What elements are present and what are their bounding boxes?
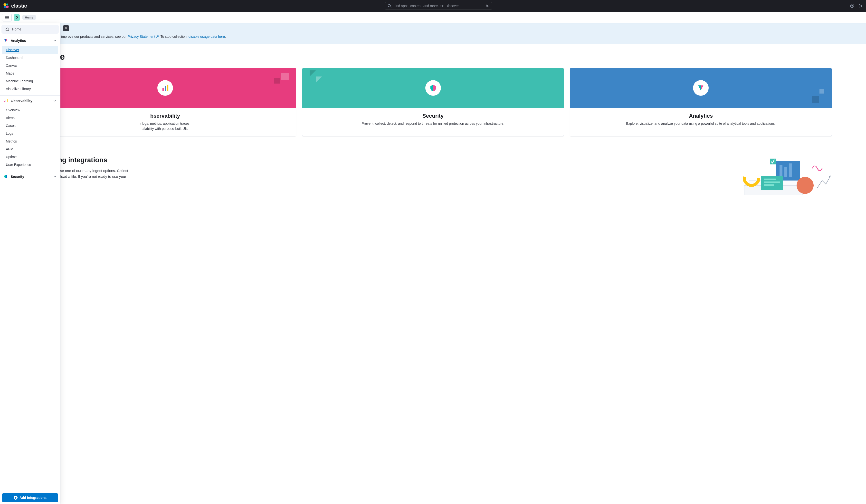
plus-circle-icon: + [14,496,18,500]
svg-rect-29 [779,165,782,177]
card-desc: r logs, metrics, application traces, ail… [39,121,291,131]
logo-area[interactable]: elastic [3,3,27,9]
nav-item-overview[interactable]: Overview [2,106,58,114]
card-title: Analytics [575,113,827,119]
nav-section-analytics[interactable]: Analytics [0,35,60,46]
svg-rect-36 [764,184,774,186]
solution-cards: bservability r logs, metrics, applicatio… [34,68,832,136]
nav-item-dashboard[interactable]: Dashboard [2,54,58,61]
card-analytics[interactable]: Analytics Explore, visualize, and analyz… [570,68,832,136]
svg-point-32 [797,177,814,194]
analytics-icon [4,39,8,43]
nav-item-maps[interactable]: Maps [2,69,58,77]
add-integrations-button[interactable]: + Add integrations [2,493,58,502]
nav-item-uptime[interactable]: Uptime [2,153,58,161]
nav-section-label: Security [11,175,24,179]
chevron-down-icon [53,39,56,42]
logo-text: elastic [11,3,27,9]
svg-rect-16 [281,73,289,80]
global-search[interactable]: ⌘/ [385,2,492,10]
sub-header: D Home [0,12,866,23]
nav-section-label: Observability [11,99,32,103]
nav-item-metrics[interactable]: Metrics [2,137,58,145]
svg-point-7 [852,5,853,6]
svg-rect-14 [5,100,6,102]
svg-rect-24 [812,96,819,103]
get-started-section: by adding integrations vith your data, u… [34,156,832,198]
elastic-logo-icon [3,3,9,9]
svg-point-0 [3,3,6,6]
svg-rect-35 [764,181,780,183]
search-input[interactable] [393,4,484,8]
svg-rect-13 [4,101,5,102]
page-title: e home [34,52,832,62]
search-icon [388,4,391,8]
svg-rect-30 [785,167,787,177]
nav-section-security[interactable]: Security [0,171,60,182]
search-kbd-hint: ⌘/ [486,4,489,8]
privacy-link[interactable]: Privacy Statement [127,35,159,38]
nav-item-ux[interactable]: User Experience [2,161,58,169]
nav-item-ml[interactable]: Machine Learning [2,77,58,85]
svg-point-6 [851,4,854,8]
space-avatar[interactable]: D [14,14,20,21]
help-icon[interactable] [850,4,854,8]
banner-text: . To stop collection, [158,35,189,38]
banner-text: . [225,35,226,38]
svg-rect-34 [764,179,776,180]
nav-home[interactable]: Home [1,25,59,34]
observability-icon [4,99,8,103]
svg-point-3 [4,6,6,8]
search-wrap: ⌘/ [27,2,850,10]
chevron-down-icon [53,175,56,178]
svg-rect-17 [274,78,280,83]
svg-rect-31 [789,164,792,177]
disable-link[interactable]: disable usage data here [189,35,225,38]
svg-rect-37 [770,159,776,165]
card-desc: Prevent, collect, detect, and respond to… [307,121,559,126]
nav-item-visualize[interactable]: Visualize Library [2,85,58,93]
card-desc: Explore, visualize, and analyze your dat… [575,121,827,126]
toggle-nav-button[interactable] [2,14,12,21]
svg-point-4 [388,4,390,7]
nav-section-label: Analytics [11,39,26,43]
svg-rect-18 [163,88,164,91]
card-security[interactable]: Security Prevent, collect, detect, and r… [302,68,564,136]
svg-line-5 [390,7,391,8]
nav-section-observability[interactable]: Observability [0,96,60,106]
card-title: bservability [39,113,291,119]
breadcrumb-home[interactable]: Home [22,15,36,20]
global-header: elastic ⌘/ [0,0,866,12]
integrations-illustration [734,156,832,198]
side-nav: Home Analytics Discover Dashboard Canvas… [0,23,60,504]
get-started-title: by adding integrations [34,156,720,164]
nav-home-label: Home [12,27,21,31]
telemetry-banner: ack s us manage and improve our products… [0,23,866,44]
nav-item-cases[interactable]: Cases [2,122,58,130]
newsfeed-icon[interactable] [859,4,863,8]
observability-card-icon [157,80,173,96]
nav-item-logs[interactable]: Logs [2,130,58,137]
nav-item-apm[interactable]: APM [2,145,58,153]
svg-rect-15 [7,99,8,102]
svg-rect-23 [820,89,824,93]
svg-rect-20 [167,85,168,91]
svg-point-1 [6,3,8,5]
nav-item-discover[interactable]: Discover [2,46,58,54]
main-content: ack s us manage and improve our products… [0,23,866,504]
svg-marker-22 [316,77,322,82]
svg-marker-21 [310,70,316,77]
nav-item-canvas[interactable]: Canvas [2,61,58,69]
analytics-card-icon [693,80,709,96]
home-icon [5,27,9,31]
nav-item-alerts[interactable]: Alerts [2,114,58,122]
security-card-icon [425,80,441,96]
close-nav-button[interactable] [63,25,69,31]
chevron-down-icon [53,99,56,102]
svg-point-2 [6,5,9,8]
security-icon [4,175,8,179]
header-actions [850,4,863,8]
card-title: Security [307,113,559,119]
add-integrations-label: Add integrations [20,496,46,500]
card-observability[interactable]: bservability r logs, metrics, applicatio… [34,68,296,136]
